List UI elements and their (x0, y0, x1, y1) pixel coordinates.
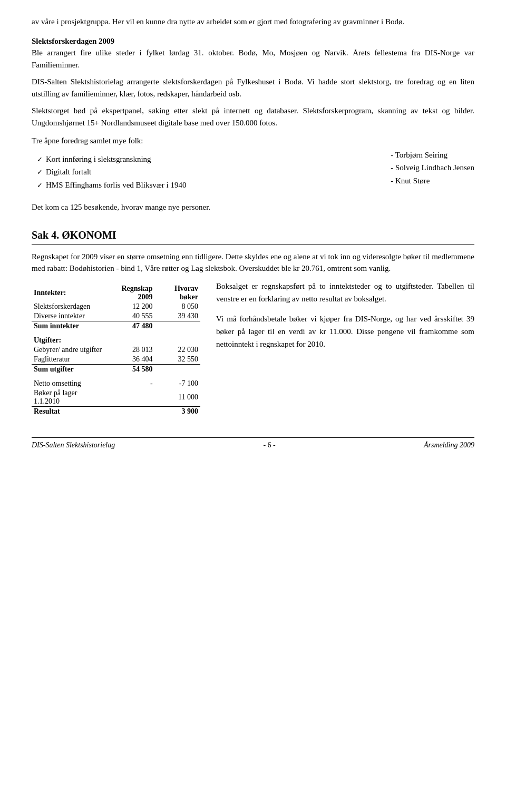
list-item: ✓ HMS Effinghams forlis ved Bliksvær i 1… (37, 179, 380, 191)
foredrag-item-1-text: Kort innføring i slektsgranskning (46, 153, 151, 165)
slektsforskerdagen-heading: Slektsforskerdagen 2009 (32, 37, 114, 45)
netto-label: Netto omsetting (32, 374, 105, 388)
netto-hvorav: -7 100 (155, 374, 200, 388)
foredrag-item-3-text: HMS Effinghams forlis ved Bliksvær i 194… (46, 179, 186, 191)
income-row-2-label: Diverse inntekter (32, 311, 105, 321)
netto-regnskap: - (105, 374, 154, 388)
section4-heading: Sak 4. ØKONOMI (32, 229, 474, 241)
resultat-val: 3 900 (155, 406, 200, 416)
sum-expense-val: 54 580 (105, 364, 154, 374)
finance-right-para1: Boksalget er regnskapsført på to inntekt… (216, 280, 474, 305)
slektstorget-para: Slektstorget bød på ekspertpanel, søking… (32, 105, 474, 129)
resultat-label: Resultat (32, 406, 105, 416)
slektsforskerdagen-text: Ble arrangert fire ulike steder i fylket… (32, 48, 474, 69)
footer-org: DIS-Salten Slektshistorielag (32, 441, 115, 449)
table-row: Faglitteratur 36 404 32 550 (32, 355, 200, 365)
income-row-1-regnskap: 12 200 (105, 302, 154, 311)
expense-row-2-hvorav: 32 550 (155, 355, 200, 365)
table-row: Diverse inntekter 40 555 39 430 (32, 311, 200, 321)
expense-section-header: Utgifter: (32, 331, 200, 345)
besokende-para: Det kom ca 125 besøkende, hvorav mange n… (32, 201, 474, 213)
table-row: Gebyrer/ andre utgifter 28 013 22 030 (32, 345, 200, 355)
check-icon: ✓ (37, 167, 43, 178)
foredrag-item-2-text: Digitalt fortalt (46, 166, 91, 178)
list-item: ✓ Digitalt fortalt (37, 166, 380, 178)
intro-para1: av våre i prosjektgruppa. Her vil en kun… (32, 16, 474, 28)
slektsforskerdagen-block: Slektsforskerdagen 2009 Ble arrangert fi… (32, 35, 474, 71)
page-footer: DIS-Salten Slektshistorielag - 6 - Årsme… (32, 437, 474, 449)
section4-intro: Regnskapet for 2009 viser en større omse… (32, 251, 474, 275)
sum-income-label: Sum inntekter (32, 321, 105, 331)
check-icon: ✓ (37, 180, 43, 191)
income-row-2-regnskap: 40 555 (105, 311, 154, 321)
expense-row-2-regnskap: 36 404 (105, 355, 154, 365)
person-2: - Solveig Lindbach Jensen (391, 162, 474, 174)
netto-row: Netto omsetting - -7 100 (32, 374, 200, 388)
footer-year: Årsmelding 2009 (424, 441, 474, 449)
finance-right-col: Boksalget er regnskapsført på to inntekt… (216, 280, 474, 416)
sum-income-empty (155, 321, 200, 331)
list-item: ✓ Kort innføring i slektsgranskning (37, 153, 380, 165)
resultat-empty (105, 406, 154, 416)
resultat-row: Resultat 3 900 (32, 406, 200, 416)
dis-salten-para: DIS-Salten Slektshistorielag arrangerte … (32, 76, 474, 100)
finance-table-container: Inntekter: Regnskap 2009 Hvorav bøker Sl… (32, 280, 200, 416)
boker-label: Bøker på lager 1.1.2010 (32, 388, 105, 407)
boker-val: 11 000 (155, 388, 200, 407)
expense-row-1-regnskap: 28 013 (105, 345, 154, 355)
sum-income-row: Sum inntekter 47 480 (32, 321, 200, 331)
foredrag-heading: Tre åpne foredrag samlet mye folk: (32, 135, 474, 147)
col-label-header: Inntekter: (32, 284, 105, 302)
table-row: Slektsforskerdagen 12 200 8 050 (32, 302, 200, 311)
col-regnskap-header: Regnskap 2009 (105, 284, 154, 302)
section-divider (32, 244, 474, 244)
sum-expense-empty (155, 364, 200, 374)
income-row-2-hvorav: 39 430 (155, 311, 200, 321)
expense-row-1-label: Gebyrer/ andre utgifter (32, 345, 105, 355)
check-icon: ✓ (37, 154, 43, 165)
sum-expense-row: Sum utgifter 54 580 (32, 364, 200, 374)
finance-table: Inntekter: Regnskap 2009 Hvorav bøker Sl… (32, 284, 200, 416)
boker-row: Bøker på lager 1.1.2010 11 000 (32, 388, 200, 407)
footer-page: - 6 - (263, 441, 275, 449)
person-1: - Torbjørn Seiring (391, 149, 474, 161)
finance-right-para2: Vi må forhåndsbetale bøker vi kjøper fra… (216, 312, 474, 350)
income-row-1-hvorav: 8 050 (155, 302, 200, 311)
foredrag-list: ✓ Kort innføring i slektsgranskning ✓ Di… (32, 149, 380, 195)
expense-row-2-label: Faglitteratur (32, 355, 105, 365)
sum-expense-label: Sum utgifter (32, 364, 105, 374)
expense-row-1-hvorav: 22 030 (155, 345, 200, 355)
utgifter-label: Utgifter: (32, 331, 200, 345)
boker-empty (105, 388, 154, 407)
col-hvorav-header: Hvorav bøker (155, 284, 200, 302)
foredrag-persons: - Torbjørn Seiring - Solveig Lindbach Je… (380, 149, 474, 195)
sum-income-val: 47 480 (105, 321, 154, 331)
income-row-1-label: Slektsforskerdagen (32, 302, 105, 311)
person-3: - Knut Støre (391, 175, 474, 187)
